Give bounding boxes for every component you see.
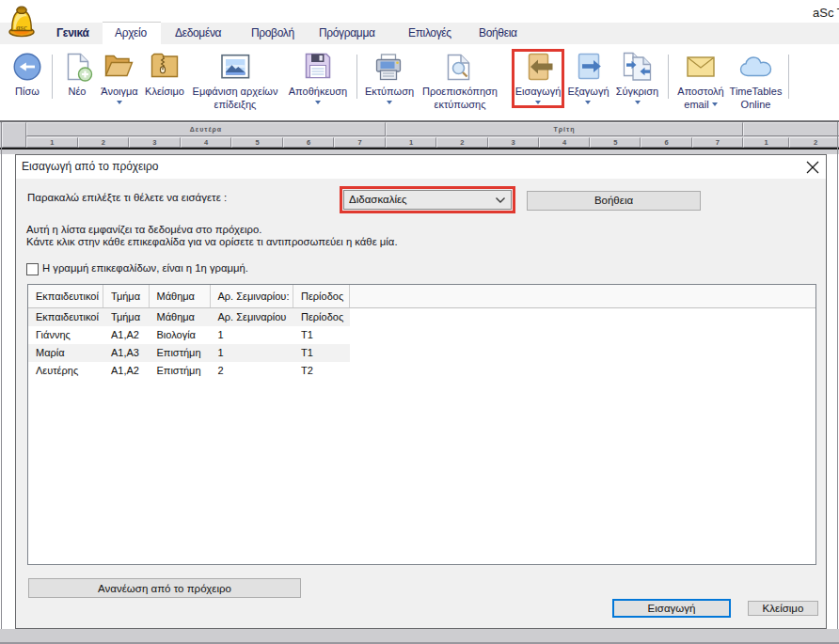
svg-text:asc: asc: [16, 23, 27, 32]
